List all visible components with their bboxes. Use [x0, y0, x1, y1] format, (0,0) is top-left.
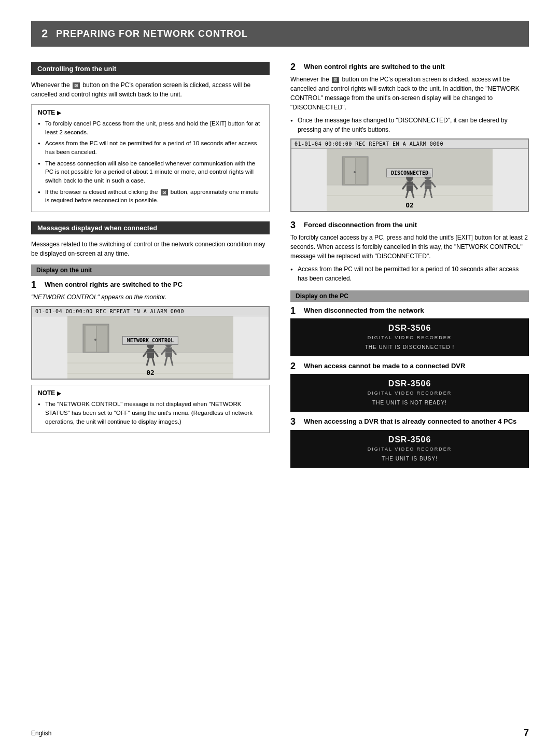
pc-step2-title: When access cannot be made to a connecte…: [304, 361, 465, 371]
pc-screen3-msg: THE UNIT IS BUSY!: [299, 456, 521, 462]
pc-step-3: 3 When accessing a DVR that is already c…: [290, 417, 529, 467]
step2-num: 2: [290, 62, 300, 72]
pc-screen1-sub: DIGITAL VIDEO RECORDER: [299, 335, 521, 340]
dvr-body-right: DISCONNECTED 02: [291, 149, 528, 211]
step3-bullets: Access from the PC will not be permitted…: [290, 265, 529, 283]
chapter-title: PREPARING FOR NETWORK CONTROL: [56, 29, 248, 39]
pc-screen3-title: DSR-3506: [299, 435, 521, 444]
step-2: 2 When control rights are switched to th…: [290, 62, 529, 212]
pc-button-icon3: ⊠: [332, 77, 339, 83]
note-box-1: NOTE To forcibly cancel PC access from t…: [31, 104, 270, 212]
pc-screen-3: DSR-3506 DIGITAL VIDEO RECORDER THE UNIT…: [290, 430, 529, 468]
svg-point-7: [94, 339, 96, 341]
display-unit-label: Display on the unit: [31, 264, 270, 276]
step1-text: "NETWORK CONTROL" appears on the monitor…: [31, 292, 270, 302]
step3-bullet: Access from the PC will not be permitted…: [290, 265, 529, 283]
pc-step-2: 2 When access cannot be made to a connec…: [290, 361, 529, 412]
pc-screen2-sub: DIGITAL VIDEO RECORDER: [299, 390, 521, 396]
note-item-2: The "NETWORK CONTROL" message is not dis…: [38, 400, 263, 426]
svg-rect-9: [147, 349, 154, 358]
dvr-channel-left: 02: [146, 369, 155, 376]
pc-step2-num: 2: [290, 361, 300, 371]
svg-rect-5: [86, 326, 96, 352]
pc-step2-header: 2 When access cannot be made to a connec…: [290, 361, 529, 371]
step-3: 3 Forced disconnection from the unit To …: [290, 220, 529, 283]
note-list-2: The "NETWORK CONTROL" message is not dis…: [38, 400, 263, 426]
pc-step1-title: When disconnected from the network: [304, 306, 424, 315]
pc-step3-num: 3: [290, 417, 300, 426]
step2-intro: Whenever the ⊠ button on the PC's operat…: [290, 75, 529, 112]
step2-bullets: Once the message has changed to "DISCONN…: [290, 116, 529, 134]
note-item: The access connection will also be cance…: [38, 159, 263, 185]
note-item: If the browser is closed without clickin…: [38, 188, 263, 205]
dvr-top-bar-left: 01-01-04 00:00:00 REC REPEAT EN A ALARM …: [32, 307, 269, 316]
footer-page-number: 7: [524, 728, 529, 738]
note-list-1: To forcibly cancel PC access from the un…: [38, 119, 263, 205]
step3-title: Forced disconnection from the unit: [304, 220, 417, 230]
pc-step3-title: When accessing a DVR that is already con…: [304, 417, 516, 426]
left-column: Controlling from the unit Whenever the ⊠…: [31, 62, 270, 473]
pc-screen1-msg: THE UNIT IS DISCONNECTED !: [299, 344, 521, 350]
step-1: 1 When control rights are switched to th…: [31, 280, 270, 380]
dvr-channel-right: 02: [405, 201, 414, 209]
page: 2 PREPARING FOR NETWORK CONTROL Controll…: [0, 0, 560, 754]
step2-header: 2 When control rights are switched to th…: [290, 62, 529, 72]
dvr-overlay-right: DISCONNECTED: [386, 169, 433, 177]
pc-screen2-msg: THE UNIT IS NOT READY!: [299, 400, 521, 406]
step2-title: When control rights are switched to the …: [304, 62, 445, 72]
dvr-top-bar-right: 01-01-04 00:00:00 REC REPEAT EN A ALARM …: [291, 139, 528, 149]
step1-num: 1: [31, 280, 40, 289]
svg-rect-25: [356, 158, 367, 184]
note-item: To forcibly cancel PC access from the un…: [38, 119, 263, 136]
page-footer: English 7: [31, 728, 529, 738]
pc-step-1: 1 When disconnected from the network DSR…: [290, 306, 529, 356]
section1-intro: Whenever the ⊠ button on the PC's operat…: [31, 80, 270, 99]
pc-screen2-title: DSR-3506: [299, 379, 521, 388]
pc-screen1-title: DSR-3506: [299, 324, 521, 333]
chapter-header: 2 PREPARING FOR NETWORK CONTROL: [31, 21, 529, 47]
svg-rect-15: [165, 347, 172, 357]
step3-num: 3: [290, 220, 300, 230]
dvr-body-left: NETWORK CONTROL 02: [32, 316, 269, 379]
step1-header: 1 When control rights are switched to th…: [31, 280, 270, 289]
svg-rect-28: [407, 181, 413, 191]
pc-button-icon2: ⊠: [161, 189, 168, 196]
pc-screen-2: DSR-3506 DIGITAL VIDEO RECORDER THE UNIT…: [290, 374, 529, 412]
svg-point-26: [354, 171, 356, 173]
footer-language: English: [31, 730, 51, 737]
pc-step1-num: 1: [290, 306, 300, 315]
chapter-number: 2: [41, 27, 48, 40]
svg-rect-34: [425, 180, 431, 189]
svg-rect-6: [97, 326, 107, 352]
step3-intro: To forcibly cancel access by a PC, press…: [290, 233, 529, 261]
pc-button-icon: ⊠: [73, 82, 80, 89]
note-label-1: NOTE: [38, 109, 263, 116]
pc-screen-1: DSR-3506 DIGITAL VIDEO RECORDER THE UNIT…: [290, 318, 529, 356]
step1-title: When control rights are switched to the …: [45, 280, 183, 289]
pc-step1-header: 1 When disconnected from the network: [290, 306, 529, 315]
dvr-screen-right: 01-01-04 00:00:00 REC REPEAT EN A ALARM …: [290, 138, 529, 212]
pc-step3-header: 3 When accessing a DVR that is already c…: [290, 417, 529, 426]
dvr-overlay-left: NETWORK CONTROL: [122, 336, 178, 345]
content-area: Controlling from the unit Whenever the ⊠…: [31, 62, 529, 473]
step3-header: 3 Forced disconnection from the unit: [290, 220, 529, 230]
section2-heading: Messages displayed when connected: [31, 221, 270, 234]
display-pc-label: Display on the PC: [290, 290, 529, 302]
note-label-2: NOTE: [38, 389, 263, 397]
pc-screen3-sub: DIGITAL VIDEO RECORDER: [299, 446, 521, 452]
svg-rect-24: [345, 158, 355, 184]
note-box-2: NOTE The "NETWORK CONTROL" message is no…: [31, 385, 270, 433]
right-column: 2 When control rights are switched to th…: [290, 62, 529, 473]
section2-intro: Messages related to the switching of con…: [31, 240, 270, 258]
step2-bullet: Once the message has changed to "DISCONN…: [290, 116, 529, 134]
dvr-screen-left: 01-01-04 00:00:00 REC REPEAT EN A ALARM …: [31, 306, 270, 380]
note-item: Access from the PC will not be permitted…: [38, 139, 263, 156]
section1-heading: Controlling from the unit: [31, 62, 270, 75]
